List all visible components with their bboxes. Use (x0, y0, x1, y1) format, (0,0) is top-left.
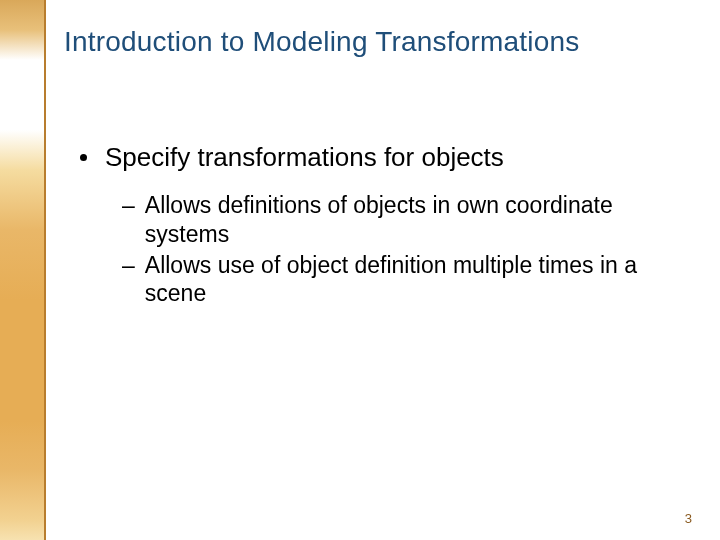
slide-title: Introduction to Modeling Transformations (64, 26, 690, 58)
bullet-level-2-text: Allows use of object definition multiple… (145, 251, 642, 309)
bullet-level-2-text: Allows definitions of objects in own coo… (145, 191, 642, 249)
sub-bullet-list: – Allows definitions of objects in own c… (122, 191, 690, 308)
page-number: 3 (685, 511, 692, 526)
bullet-level-2: – Allows use of object definition multip… (122, 251, 642, 309)
bullet-dash-icon: – (122, 251, 135, 280)
slide-body: Introduction to Modeling Transformations… (0, 0, 720, 540)
bullet-dash-icon: – (122, 191, 135, 220)
bullet-level-1: Specify transformations for objects (80, 142, 690, 173)
bullet-dot-icon (80, 154, 87, 161)
bullet-level-1-text: Specify transformations for objects (105, 142, 504, 173)
bullet-level-2: – Allows definitions of objects in own c… (122, 191, 642, 249)
